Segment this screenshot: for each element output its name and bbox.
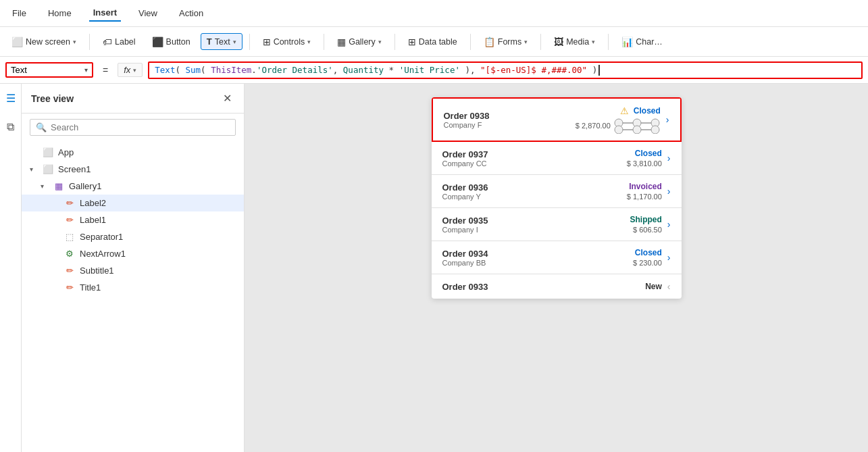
chart-button[interactable]: 📊 Char… <box>615 33 669 51</box>
tree-item-label2[interactable]: ✏ Label2 <box>22 195 244 211</box>
text-chevron-icon: ▾ <box>233 39 236 45</box>
app-icon: ⬜ <box>42 147 54 157</box>
gallery-tree-icon: ▦ <box>53 181 65 191</box>
media-button[interactable]: 🖼 Media ▾ <box>548 33 601 51</box>
order-0938-amount: $ 2,870.00 <box>576 122 611 130</box>
hamburger-icon[interactable]: ☰ <box>3 89 18 107</box>
tree-item-gallery1[interactable]: ▾ ▦ Gallery1 <box>22 178 244 195</box>
controls-button[interactable]: ⊞ Controls ▾ <box>257 33 317 51</box>
button-button[interactable]: ⬛ Button <box>146 33 197 51</box>
menu-home[interactable]: Home <box>44 5 76 21</box>
formula-input[interactable]: Text ( Sum ( ThisItem . 'Order Details' … <box>148 61 863 79</box>
svg-point-6 <box>633 126 641 134</box>
tree-item-nextarrow1[interactable]: ⚙ NextArrow1 <box>22 245 244 262</box>
menu-insert[interactable]: Insert <box>89 5 121 22</box>
gallery-chevron-icon: ▾ <box>378 39 382 45</box>
name-box-value: Text <box>11 65 84 75</box>
forms-button[interactable]: 📋 Forms ▾ <box>478 33 534 51</box>
divider-1 <box>89 34 90 50</box>
label-button[interactable]: 🏷 Label <box>97 33 142 51</box>
cursor <box>598 65 600 76</box>
app-preview: Order 0938 Company F ⚠ Closed $ 2,870.00 <box>432 97 682 299</box>
layers-icon[interactable]: ⧉ <box>4 118 17 136</box>
row-0934-chevron-icon[interactable]: › <box>667 252 671 263</box>
tree-label-nextarrow1: NextArrow1 <box>80 249 126 259</box>
label2-icon: ✏ <box>63 198 76 208</box>
search-box: 🔍 <box>30 119 236 136</box>
separator-icon: ⬚ <box>63 232 76 242</box>
media-chevron-icon: ▾ <box>592 39 595 45</box>
tree-label-label2: Label2 <box>80 198 106 208</box>
divider-3 <box>324 34 324 50</box>
label1-icon: ✏ <box>63 215 76 225</box>
gallery-list: Order 0938 Company F ⚠ Closed $ 2,870.00 <box>432 97 682 299</box>
media-icon: 🖼 <box>554 36 563 47</box>
divider-4 <box>394 34 395 50</box>
row-0933-chevron-icon[interactable]: ‹ <box>667 281 671 292</box>
tree-panel: Tree view ✕ 🔍 ⬜ App ▾ ⬜ Screen1 ▾ ▦ <box>22 84 245 452</box>
search-input[interactable] <box>51 122 230 132</box>
row-0937-info: Order 0937 Company CC <box>442 149 627 168</box>
tree-item-screen1[interactable]: ▾ ⬜ Screen1 <box>22 161 244 178</box>
gallery-row-0933[interactable]: Order 0933 New ‹ <box>432 274 682 299</box>
text-button[interactable]: T Text ▾ <box>201 33 242 50</box>
tree-label-app: App <box>58 147 74 157</box>
menu-file[interactable]: File <box>8 5 30 21</box>
formula-bar: Text ▾ = fx ▾ Text ( Sum ( ThisItem . 'O… <box>0 57 868 84</box>
new-screen-button[interactable]: ⬜ New screen ▾ <box>5 33 82 51</box>
tree-item-title1[interactable]: ✏ Title1 <box>22 279 244 296</box>
gallery-button[interactable]: ▦ Gallery ▾ <box>331 33 388 51</box>
subtitle1-icon: ✏ <box>63 266 76 276</box>
tree-item-app[interactable]: ⬜ App <box>22 144 244 161</box>
button-icon: ⬛ <box>152 36 163 47</box>
tree-item-subtitle1[interactable]: ✏ Subtitle1 <box>22 262 244 279</box>
order-0934-company: Company BB <box>442 259 634 267</box>
tree-item-label1[interactable]: ✏ Label1 <box>22 211 244 228</box>
fx-button[interactable]: fx ▾ <box>118 63 143 77</box>
gallery-row-0936[interactable]: Order 0936 Company Y Invoiced $ 1,170.00… <box>432 175 682 208</box>
order-0938-status-badge: Closed <box>634 106 661 116</box>
order-0937-amount: $ 3,810.00 <box>627 159 662 168</box>
data-table-label: Data table <box>419 37 457 47</box>
controls-chevron-icon: ▾ <box>307 39 311 45</box>
text-icon: T <box>207 36 212 47</box>
close-icon[interactable]: ✕ <box>220 91 234 106</box>
tree-label-subtitle1: Subtitle1 <box>80 266 114 276</box>
gallery-row-0934[interactable]: Order 0934 Company BB Closed $ 230.00 › <box>432 241 682 274</box>
tree-label-separator1: Separator1 <box>80 232 123 242</box>
menu-view[interactable]: View <box>134 5 161 21</box>
order-0937-company: Company CC <box>442 159 627 168</box>
gallery1-expand-icon: ▾ <box>41 182 49 190</box>
new-screen-icon: ⬜ <box>11 36 23 47</box>
menu-action[interactable]: Action <box>175 5 207 21</box>
row-0935-info: Order 0935 Company I <box>442 216 630 234</box>
order-0933-num: Order 0933 <box>442 282 646 292</box>
order-0938-status: ⚠ Closed $ 2,870.00 <box>576 105 661 134</box>
tree-header: Tree view ✕ <box>22 84 244 114</box>
toolbar: ⬜ New screen ▾ 🏷 Label ⬛ Button T Text ▾… <box>0 27 868 57</box>
order-0935-status: Shipped $ 606.50 <box>630 215 661 234</box>
row-0935-chevron-icon[interactable]: › <box>667 219 671 230</box>
label-btn-label: Label <box>115 37 136 47</box>
order-0937-num: Order 0937 <box>442 149 627 159</box>
gallery-row-0935[interactable]: Order 0935 Company I Shipped $ 606.50 › <box>432 208 682 241</box>
chart-icon: 📊 <box>621 36 633 47</box>
sidebar-toggle: ☰ ⧉ <box>0 84 22 452</box>
controls-label: Controls <box>274 37 305 47</box>
new-screen-label: New screen <box>26 37 70 47</box>
row-0933-info: Order 0933 <box>442 282 646 292</box>
data-table-button[interactable]: ⊞ Data table <box>402 33 463 51</box>
name-box[interactable]: Text ▾ <box>5 62 93 78</box>
tree-label-title1: Title1 <box>80 282 101 293</box>
gallery-row-0937[interactable]: Order 0937 Company CC Closed $ 3,810.00 … <box>432 142 682 175</box>
gallery-row-0938[interactable]: Order 0938 Company F ⚠ Closed $ 2,870.00 <box>432 97 682 142</box>
row-0938-chevron-icon[interactable]: › <box>666 114 669 125</box>
name-box-chevron-icon[interactable]: ▾ <box>84 66 88 74</box>
row-0936-chevron-icon[interactable]: › <box>667 186 671 197</box>
order-0934-status-badge: Closed <box>635 248 662 257</box>
tree-items: ⬜ App ▾ ⬜ Screen1 ▾ ▦ Gallery1 ✏ Label2 <box>22 141 244 452</box>
button-btn-label: Button <box>166 37 190 47</box>
row-0937-chevron-icon[interactable]: › <box>667 153 671 164</box>
order-0935-company: Company I <box>442 226 630 234</box>
tree-item-separator1[interactable]: ⬚ Separator1 <box>22 228 244 245</box>
